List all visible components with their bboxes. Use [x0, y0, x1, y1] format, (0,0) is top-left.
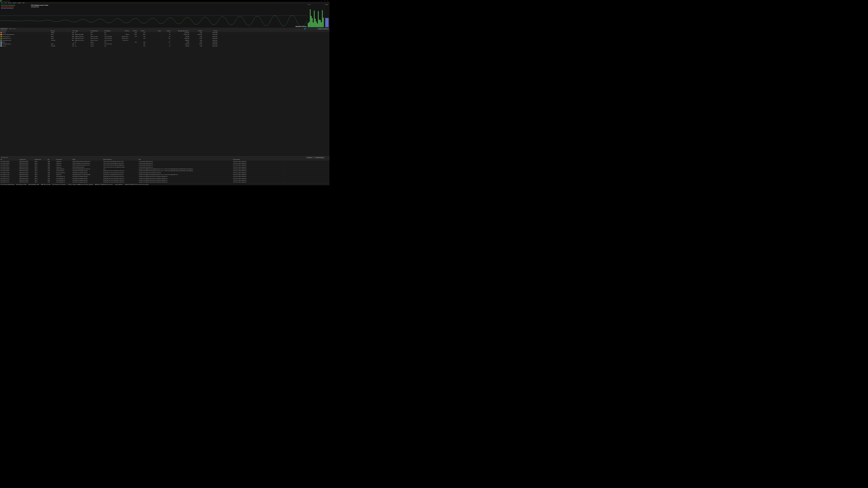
cell-usr: Martin	[34, 170, 47, 172]
table-row[interactable]: 20-11-2024 19:27:26DESKTOP-9LK1G1SMartin…	[0, 173, 330, 175]
col-cpuaff[interactable]: CPU-Zugehöri...	[104, 30, 118, 32]
minimize-button[interactable]: —	[321, 0, 322, 2]
close-button[interactable]: ✕	[327, 0, 329, 2]
cell-info: Auf Anfrage des Prozess-Standards wurde …	[103, 175, 138, 177]
hide-graph-button[interactable]: Diagramm ausblenden	[317, 28, 329, 30]
table-row[interactable]: 20-11-2024 19:27:22DESKTOP-9LK1G1SMartin…	[0, 179, 330, 181]
cell-cputime: 0:00:08.093	[203, 37, 218, 39]
table-row[interactable]: ProcessLasso.exeMartin4568XAp1;3;5;7;9;1…	[0, 35, 330, 37]
cell-status	[146, 41, 161, 43]
table-row[interactable]: dwm.exeDWM-11952XpHoch0-150.200.072739,1…	[0, 32, 330, 33]
table-row[interactable]: 20-11-2024 19:36:44DESKTOP-9LK1G1SMartin…	[0, 168, 330, 170]
table-row[interactable]: Stalker2-Win64-Shipping.exeMartin9108gih…	[0, 34, 330, 35]
col-time[interactable]: Zeit	[0, 159, 19, 160]
menu-datei[interactable]: Datei	[4, 2, 7, 3]
cell-threads: 7	[161, 39, 171, 41]
log-grid[interactable]: ZeitComputernameBenutzernamePIDProzessna…	[0, 159, 330, 184]
col-threads[interactable]: Threads	[161, 30, 171, 32]
table-row[interactable]: System4XpNormal0-150.690.5327716 KB0 KB0…	[0, 41, 330, 43]
table-row[interactable]: 20-11-2024 19:27:22DESKTOP-9LK1G1SMartin…	[0, 177, 330, 179]
menu-updates[interactable]: Updates	[17, 2, 22, 3]
col-name[interactable]: Prozessname	[0, 30, 51, 32]
col-prio[interactable]: Prioritäten-Klasse	[90, 30, 104, 32]
col-cpudu[interactable]: CPU-Du...	[137, 30, 146, 32]
cell-rules: XAp1;3;5;7;9;11;13;...	[74, 39, 90, 41]
cpu-graph: 34% Prozessorauslastung 100% Reaktionsfä…	[0, 4, 307, 28]
cell-cpuaff: 0-15	[104, 41, 118, 43]
cell-cputime: 0:00:55.937	[203, 35, 218, 37]
cell-prio: Hoch	[90, 32, 104, 33]
col-status[interactable]: Status	[146, 30, 161, 32]
show-log-button[interactable]: Protokoll anzeigen	[314, 157, 325, 158]
cell-user: Martin	[51, 35, 68, 37]
tab-aktive-prozesse[interactable]: Aktive Prozesse	[8, 28, 17, 30]
table-row[interactable]: ProcessGovernor.exeSYSTEM3864XAp1;3;5;7;…	[0, 39, 330, 41]
cell-status	[146, 45, 161, 47]
cpu-mini-label: % CPU	[308, 4, 311, 5]
cell-cmd: (0x1c) Aktiver Energieplan geändert	[72, 181, 103, 183]
cell-comp: DESKTOP-9LK1G1S	[19, 160, 34, 162]
cell-pid: 1080	[47, 164, 56, 166]
col-cmd[interactable]: Befehl	[72, 159, 103, 160]
col-usr[interactable]: Benutzername	[34, 159, 47, 160]
cell-threads: 277	[161, 41, 171, 43]
col-pid[interactable]: PID	[68, 30, 74, 32]
cell-proc: steamwebhelper.exe	[56, 179, 72, 181]
cell-time: 20-11-2024 19:27:22	[0, 175, 19, 177]
col-io[interactable]: I/O-Delta	[190, 30, 203, 32]
menu-start[interactable]: Start	[0, 2, 4, 3]
cell-cmd: (0x2e) Ursprüngliche Prozesspriorität wi…	[72, 162, 103, 164]
table-row[interactable]: 20-11-2024 19:34:37DESKTOP-9LK1G1SMartin…	[0, 170, 330, 172]
cell-proc: stalker2-win64-shi...	[56, 168, 72, 170]
menu-ansicht[interactable]: Ansicht	[7, 2, 12, 3]
col-mem[interactable]: Arbeitsspeicher (privater...	[170, 30, 190, 32]
col-comp[interactable]: Computername	[19, 159, 34, 160]
table-row[interactable]: 20-11-2024 19:27:21DESKTOP-9LK1G1SMartin…	[0, 181, 330, 183]
cell-cpudu: 0.01	[137, 45, 146, 47]
cell-cli: <Nicht durch Option abgedeckt>	[232, 177, 284, 179]
table-row[interactable]: 20-11-2024 19:39:25DESKTOP-9LK1G1SMartin…	[0, 166, 330, 168]
insights-button[interactable]: Einsichten	[306, 157, 313, 158]
cell-cpudu	[137, 39, 146, 41]
cpu-cores-chart: % CPU	[307, 4, 324, 28]
table-row[interactable]: 20-11-2024 19:39:25DESKTOP-9LK1G1SMartin…	[0, 164, 330, 166]
col-proc[interactable]: Prozessname	[56, 159, 72, 160]
cell-cli: <Nicht durch Option abgedeckt>	[232, 162, 284, 164]
table-row[interactable]: 20-11-2024 19:39:30DESKTOP-9LK1G1SMartin…	[0, 160, 330, 162]
cell-threads: 27	[161, 32, 171, 33]
cell-rules: XAp1;3;5;7;9;11;13;...	[74, 35, 90, 37]
cell-cpudu: 20.55	[137, 34, 146, 35]
menu-optionen[interactable]: Optionen	[12, 2, 17, 3]
cell-cmd: (0x20) ProBalance-Beschränkungen been...	[72, 160, 103, 162]
cell-status	[146, 39, 161, 41]
maximize-button[interactable]: ☐	[324, 0, 326, 2]
process-tabs: Alle ProzesseAktive Prozesse Diagramm au…	[0, 28, 330, 30]
cell-cpuaff: 0-15	[104, 32, 118, 33]
tab-alle-prozesse[interactable]: Alle Prozesse	[0, 28, 8, 30]
table-row[interactable]: PresentMon-x64.exeMartin1668pNormal1;3;5…	[0, 43, 330, 45]
log-scroll-up-icon[interactable]: ▴	[328, 157, 329, 158]
cell-user: SYSTEM	[51, 45, 68, 47]
table-row[interactable]: 20-11-2024 19:39:30DESKTOP-9LK1G1SMartin…	[0, 162, 330, 164]
refresh-slider[interactable]	[304, 29, 316, 29]
cell-cpu	[129, 45, 137, 47]
col-info[interactable]: Mehr Informationen	[103, 159, 138, 160]
col-user[interactable]: Benutzer	[51, 30, 68, 32]
table-row[interactable]: csrss.exeSYSTEM812XpNormal0-150.01141,34…	[0, 45, 330, 47]
table-row[interactable]: RadeonSoftware.exeMartin9076XAp1;3;5;7;9…	[0, 37, 330, 39]
cell-name: dwm.exe	[0, 32, 51, 33]
menu-hilfe[interactable]: Hilfe	[22, 2, 25, 3]
core-bar	[311, 16, 312, 27]
col-pid[interactable]: PID	[47, 159, 56, 160]
process-grid[interactable]: ProzessnameBenutzerPIDRegelnPrioritäten-…	[0, 30, 330, 156]
table-row[interactable]: 20-11-2024 19:27:22DESKTOP-9LK1G1SMartin…	[0, 175, 330, 177]
col-path[interactable]: Pfad	[138, 159, 232, 160]
tab-log[interactable]: Befehlsprotokoll	[0, 157, 9, 158]
col-cputime[interactable]: CPU-Zeit	[203, 30, 218, 32]
col-cpu[interactable]: CPU (%)	[129, 30, 137, 32]
table-row[interactable]: 20-11-2024 19:27:30DESKTOP-9LK1G1SMartin…	[0, 172, 330, 173]
col-cpusets[interactable]: CPU-Sets	[118, 30, 129, 32]
col-cli[interactable]: Kommandozeile	[232, 159, 284, 160]
col-rules[interactable]: Regeln	[74, 30, 90, 32]
cell-status	[146, 35, 161, 37]
